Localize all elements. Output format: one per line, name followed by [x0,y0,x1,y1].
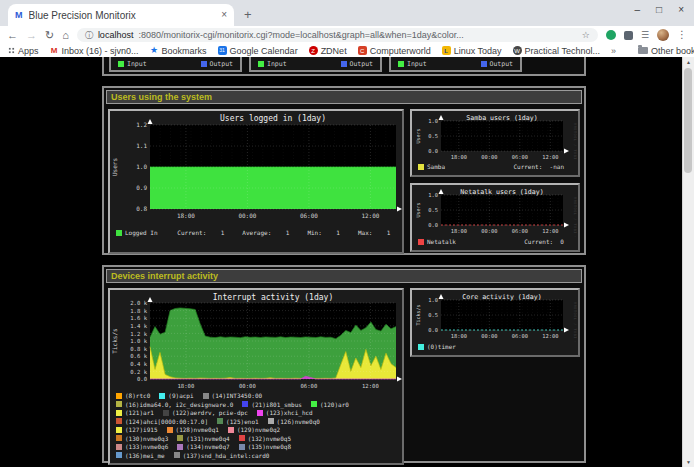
page-scrollbar[interactable]: ▲ ▼ [682,57,694,467]
bookmarks-overflow-icon[interactable]: » [611,46,616,56]
graph-netatalk-users[interactable]: 18:0000:0006:0012:001.00.50.0Netatalk us… [410,183,580,252]
browser-menu-icon[interactable]: ⋮ [677,30,687,40]
svg-text:18:00: 18:00 [451,228,467,234]
address-bar[interactable]: ⓘ localhost :8080/monitorix-cgi/monitori… [77,28,598,42]
legend-label: Logged In [125,229,158,237]
gmail-icon: M [50,46,59,55]
svg-text:18:00: 18:00 [451,154,467,160]
legend-label: (120)ar0 [320,401,349,409]
minimize-icon[interactable]: – [635,5,641,15]
bookmark-label: Linux Today [454,46,502,56]
home-icon[interactable]: ⌂ [62,30,69,41]
tab-close-icon[interactable]: × [221,10,227,20]
legend-item: (122)aerdrv, pcie-dpc [163,409,248,417]
scrollbar-thumb[interactable] [684,68,692,173]
legend-item: (9)acpi [159,392,193,400]
page-info-icon[interactable]: ⓘ [85,30,93,41]
legend-item: (16)idma64.0, i2c_designware.0 [116,401,233,409]
legend-label: (16)idma64.0, i2c_designware.0 [125,401,233,409]
legend-item: (134)nvme0q7 [177,443,229,451]
svg-text:06:00: 06:00 [300,383,317,389]
scrollbar-down-icon[interactable]: ▼ [683,457,694,467]
legend-swatch [116,435,122,441]
svg-text:1.6 k: 1.6 k [130,315,147,321]
bookmark-zdnet[interactable]: Z ZDNet [309,46,347,56]
svg-text:0.8: 0.8 [136,205,147,212]
monitorix-favicon-icon: M [15,11,23,20]
users_logged_in-chart: 18:0000:0006:0012:001.21.11.00.90.8Users… [110,112,404,228]
section-devices-interrupt: Devices interrupt activity 18:0000:0006:… [102,265,586,463]
profile-avatar[interactable] [657,29,669,41]
calendar-icon: 31 [218,46,227,55]
extension-list-icon[interactable]: ☰ [641,31,649,40]
svg-text:Users: Users [111,158,118,176]
scrollbar-up-icon[interactable]: ▲ [683,57,694,67]
svg-text:00:00: 00:00 [481,228,497,234]
legend-row: Logged In Current: 1 Average: 1 Min: 1 M… [116,229,396,237]
section-header-devices: Devices interrupt activity [106,269,582,283]
legend-label: (132)nvme0q5 [248,435,291,443]
extension-green-icon[interactable] [606,30,616,40]
bookmark-linux-today[interactable]: L Linux Today [442,46,502,56]
tab-blue-precision-monitorix[interactable]: M Blue Precision Monitorix × [8,4,234,26]
svg-text:00:00: 00:00 [238,212,256,219]
other-bookmarks-button[interactable]: Other bookmarks [638,46,694,56]
legend-item: (127)i915 [116,426,158,434]
new-tab-button[interactable]: + [244,7,252,22]
legend-item: (126)nvme0q0 [268,418,320,426]
legend-item: Input [398,60,427,68]
svg-text:RRDTOOL / TOBI OETIKER: RRDTOOL / TOBI OETIKER [573,302,577,342]
bookmarks-bar: Apps M Inbox (16) - sjvn0... ★ Bookmarks… [0,44,694,58]
graph-core-activity[interactable]: 18:0000:0006:0012:001.00.50.0Core activi… [410,288,580,357]
back-icon[interactable]: ← [7,30,18,41]
legend-item: (0)timer [418,343,456,351]
legend-item: Logged In [116,229,158,237]
section-header-users: Users using the system [106,90,582,104]
network-graph-box-2[interactable]: Input Output [249,57,382,72]
legend-swatch [163,410,169,416]
svg-text:12:00: 12:00 [542,228,558,234]
extension-dark-icon[interactable] [624,31,633,40]
legend-item: (137)snd_hda_intel:card0 [174,452,270,460]
legend-swatch [239,444,245,450]
graph-users-logged-in[interactable]: 18:0000:0006:0012:001.21.11.00.90.8Users… [108,109,404,254]
legend-row: (124)ahci[0000:00:17.0](125)eno1(126)nvm… [116,418,396,426]
svg-text:Ticks/s: Ticks/s [111,328,118,354]
bookmark-bookmarks[interactable]: ★ Bookmarks [150,46,207,56]
section-users: Users using the system 18:0000:0006:0012… [102,86,586,255]
bookmark-inbox[interactable]: M Inbox (16) - sjvn0... [50,46,139,56]
legend-swatch [258,61,264,67]
legend-row: (8)rtc0(9)acpi(14)INT3450:00 [116,392,396,400]
legend-label: (21)i801_smbus [251,401,302,409]
network-graph-box-3[interactable]: Input Output [389,57,522,72]
linux-today-icon: L [442,46,451,55]
graph-samba-users[interactable]: 18:0000:0006:0012:001.00.50.0Samba users… [410,109,580,177]
bookmark-star-icon[interactable]: ☆ [582,30,590,40]
forward-icon[interactable]: → [26,30,37,41]
bookmark-google-calendar[interactable]: 31 Google Calendar [218,46,298,56]
bookmark-computerworld[interactable]: C Computerworld [358,46,431,56]
legend-label: Output [350,60,373,68]
svg-text:06:00: 06:00 [300,212,318,219]
url-host: localhost [98,30,134,40]
legend-row: (133)nvme0q6(134)nvme0q7(135)nvme0q8 [116,443,396,451]
svg-text:0.0: 0.0 [137,376,147,382]
maximize-icon[interactable]: □ [656,5,662,15]
close-icon[interactable]: × [678,5,684,15]
network-graph-box-1[interactable]: Input Output [109,57,242,72]
svg-text:0.0: 0.0 [428,222,438,228]
legend-item: (130)nvme0q3 [116,435,168,443]
svg-text:Ticks/s: Ticks/s [415,304,421,325]
svg-text:18:00: 18:00 [177,212,195,219]
legend-swatch [177,435,183,441]
svg-text:Interrupt activity (1day): Interrupt activity (1day) [213,293,333,302]
bookmark-practical-technology[interactable]: W Practical Technol... [513,46,600,56]
svg-text:1.0 k: 1.0 k [130,338,147,344]
graph-interrupt-activity[interactable]: 18:0000:0006:0012:002.0 k1.8 k1.6 k1.4 k… [108,288,404,465]
svg-text:Users: Users [415,128,421,143]
legend-label: (133)nvme0q6 [125,443,168,451]
svg-text:00:00: 00:00 [239,383,256,389]
bookmark-apps[interactable]: Apps [8,46,39,56]
reload-icon[interactable]: ↻ [45,30,54,41]
legend-swatch [418,239,424,245]
